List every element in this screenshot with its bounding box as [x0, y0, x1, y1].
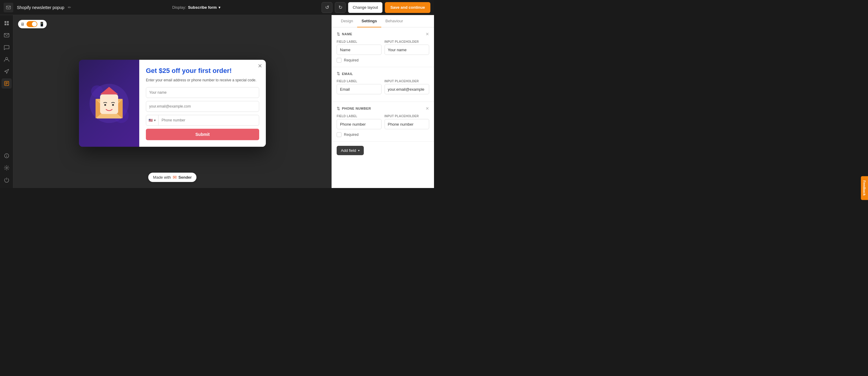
- svg-point-14: [6, 167, 7, 169]
- made-with-badge: Made with ✉ Sender: [148, 173, 196, 182]
- phone-placeholder-input[interactable]: [384, 119, 430, 129]
- popup-illustration: [79, 60, 139, 147]
- top-bar-actions: ↺ ↻ Change layout Save and continue: [321, 2, 430, 13]
- phone-field-label-input[interactable]: [337, 119, 381, 129]
- change-layout-button[interactable]: Change layout: [348, 2, 382, 13]
- redo-icon: ↻: [338, 4, 342, 10]
- name-required-label: Required: [344, 58, 359, 62]
- phone-section-title: ⇅ PHONE NUMBER: [337, 106, 371, 111]
- name-placeholder-input[interactable]: [384, 44, 430, 55]
- sidebar-item-power[interactable]: [1, 175, 12, 185]
- envelope-illustration: [88, 82, 130, 124]
- svg-rect-3: [4, 24, 6, 25]
- panel-content: ⇅ NAME ✕ FIELD LABEL INPUT PLACEHOLDER: [332, 27, 434, 188]
- popup-phone-input[interactable]: [158, 118, 259, 122]
- phone-required-label: Required: [344, 132, 359, 137]
- svg-point-6: [5, 58, 7, 60]
- email-placeholder-heading: INPUT PLACEHOLDER: [384, 80, 430, 83]
- popup-email-input[interactable]: [146, 101, 259, 112]
- name-section-close[interactable]: ✕: [426, 32, 429, 36]
- name-field-row: FIELD LABEL INPUT PLACEHOLDER: [337, 40, 429, 55]
- phone-section: ⇅ PHONE NUMBER ✕ FIELD LABEL INPUT PLACE…: [332, 102, 434, 142]
- sidebar-item-forms[interactable]: [1, 78, 12, 89]
- phone-label-group: FIELD LABEL: [337, 115, 381, 129]
- made-with-label: Made with: [153, 175, 171, 180]
- app-logo: [4, 3, 13, 12]
- svg-rect-2: [7, 21, 9, 23]
- email-placeholder-group: INPUT PLACEHOLDER: [384, 80, 430, 94]
- popup-submit-button[interactable]: Submit: [146, 129, 259, 140]
- name-placeholder-group: INPUT PLACEHOLDER: [384, 40, 430, 55]
- sidebar-item-settings[interactable]: [1, 163, 12, 173]
- phone-dropdown-icon: ▾: [154, 118, 156, 122]
- name-required-row: Required: [337, 58, 429, 63]
- tab-behaviour[interactable]: Behaviour: [381, 15, 407, 27]
- display-chevron-icon: ▾: [218, 5, 221, 10]
- sidebar-item-email[interactable]: [1, 30, 12, 40]
- tab-design[interactable]: Design: [337, 15, 357, 27]
- sidebar-item-messages[interactable]: [1, 42, 12, 53]
- panel-tabs: Design Settings Behaviour: [332, 15, 434, 27]
- sidebar-item-audience[interactable]: [1, 54, 12, 64]
- save-continue-button[interactable]: Save and continue: [385, 2, 430, 13]
- top-bar: Shopify newsletter popup ✏ Display: Subs…: [0, 0, 434, 15]
- phone-section-close[interactable]: ✕: [426, 106, 429, 111]
- sender-brand-name: Sender: [179, 175, 192, 180]
- name-section: ⇅ NAME ✕ FIELD LABEL INPUT PLACEHOLDER: [332, 27, 434, 67]
- tab-settings[interactable]: Settings: [357, 15, 381, 27]
- phone-sort-icon: ⇅: [337, 106, 340, 111]
- main-area: 🖥 📱: [0, 15, 434, 188]
- email-section: ⇅ EMAIL FIELD LABEL INPUT PLACEHOLDER: [332, 67, 434, 102]
- email-section-header: ⇅ EMAIL: [337, 71, 429, 76]
- popup-phone-row: 🇺🇸 ▾: [146, 115, 259, 126]
- edit-title-icon[interactable]: ✏: [68, 5, 71, 10]
- toggle-knob: [32, 22, 37, 27]
- name-required-checkbox[interactable]: [337, 58, 341, 63]
- right-panel: Design Settings Behaviour ⇅ NAME ✕ FIELD…: [332, 15, 434, 188]
- mobile-icon[interactable]: 📱: [39, 22, 44, 27]
- name-section-title: ⇅ NAME: [337, 32, 352, 36]
- popup-name-input[interactable]: [146, 87, 259, 98]
- name-field-label-heading: FIELD LABEL: [337, 40, 381, 43]
- sidebar-item-dashboard[interactable]: [1, 18, 12, 28]
- email-field-label-heading: FIELD LABEL: [337, 80, 381, 83]
- svg-point-21: [112, 104, 114, 106]
- redo-button[interactable]: ↻: [335, 2, 346, 13]
- device-toggle[interactable]: 🖥 📱: [18, 20, 47, 28]
- device-toggle-switch[interactable]: [27, 21, 37, 27]
- email-field-label-input[interactable]: [337, 84, 381, 94]
- phone-required-row: Required: [337, 132, 429, 137]
- sidebar: [0, 15, 13, 188]
- display-selector[interactable]: Display: Subscribe form ▾: [75, 5, 318, 10]
- svg-point-20: [104, 104, 106, 106]
- email-placeholder-input[interactable]: [384, 84, 430, 94]
- svg-rect-1: [4, 21, 6, 23]
- canvas-toolbar: 🖥 📱: [18, 20, 47, 28]
- sidebar-item-info[interactable]: [1, 151, 12, 161]
- flag-icon: 🇺🇸: [149, 118, 153, 122]
- desktop-icon[interactable]: 🖥: [21, 22, 25, 27]
- email-label-group: FIELD LABEL: [337, 80, 381, 94]
- name-label-group: FIELD LABEL: [337, 40, 381, 55]
- campaign-title: Shopify newsletter popup: [17, 5, 64, 10]
- svg-point-13: [6, 155, 7, 155]
- phone-field-label-heading: FIELD LABEL: [337, 115, 381, 118]
- sidebar-item-send[interactable]: [1, 66, 12, 76]
- sender-logo-icon: ✉: [173, 175, 177, 180]
- undo-button[interactable]: ↺: [321, 2, 333, 13]
- add-field-chevron-icon: ▾: [358, 149, 360, 152]
- name-field-label-input[interactable]: [337, 44, 381, 55]
- popup-description: Enter your email address or phone number…: [146, 78, 259, 83]
- name-placeholder-heading: INPUT PLACEHOLDER: [384, 40, 430, 43]
- popup-form: ✕ Get $25 off your first order! Enter yo…: [139, 60, 266, 147]
- phone-section-header: ⇅ PHONE NUMBER ✕: [337, 106, 429, 111]
- canvas-area: 🖥 📱: [13, 15, 332, 188]
- phone-flag-selector[interactable]: 🇺🇸 ▾: [146, 115, 158, 125]
- phone-required-checkbox[interactable]: [337, 132, 341, 137]
- name-section-header: ⇅ NAME ✕: [337, 32, 429, 36]
- popup-close-button[interactable]: ✕: [258, 63, 262, 69]
- email-sort-icon: ⇅: [337, 71, 340, 76]
- add-field-button[interactable]: Add field ▾: [337, 146, 364, 155]
- popup-title: Get $25 off your first order!: [146, 67, 259, 75]
- email-field-row: FIELD LABEL INPUT PLACEHOLDER: [337, 80, 429, 94]
